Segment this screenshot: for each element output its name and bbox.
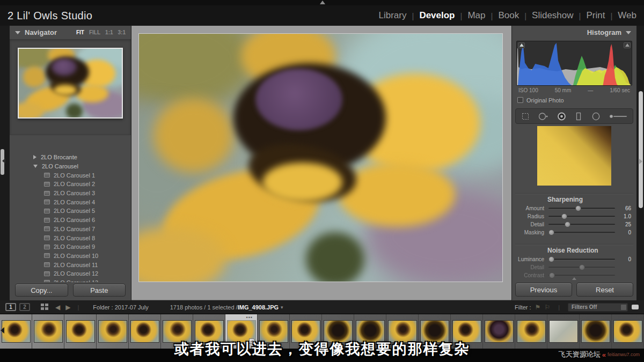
slider-thumb-icon[interactable] — [579, 264, 585, 270]
folder-info[interactable]: Folder : 2017-07 July — [93, 304, 148, 311]
filter-controls: Filter : ⚑ ⚐ | Filters Off — [515, 303, 639, 312]
navigator-preview-image[interactable] — [18, 48, 123, 119]
module-tab-book[interactable]: Book — [498, 10, 519, 21]
left-edge-strip — [0, 26, 10, 300]
collection-row[interactable]: 2LO Carousel 9 — [33, 242, 131, 252]
develop-canvas — [131, 26, 511, 300]
copy-button[interactable]: Copy... — [15, 284, 68, 297]
slider-track[interactable] — [548, 275, 615, 276]
slider-thumb-icon[interactable] — [548, 256, 554, 262]
histogram-curves — [517, 41, 632, 85]
slider-thumb-icon[interactable] — [565, 221, 570, 227]
tree-label: 2LO Carousel 6 — [54, 217, 95, 223]
highlight-clipping-icon[interactable] — [624, 42, 631, 48]
collection-row[interactable]: 2LO Carousel 1 — [33, 171, 131, 180]
main-photo[interactable] — [138, 33, 503, 282]
grid-view-icon[interactable] — [41, 304, 48, 311]
tool-strip — [515, 108, 633, 124]
sharpening-detail-preview[interactable] — [537, 126, 611, 186]
slider-track[interactable] — [548, 208, 615, 209]
adjustment-brush-tool-button[interactable] — [609, 112, 627, 121]
paste-button[interactable]: Paste — [73, 284, 126, 297]
sharpening-slider-masking: Masking0 — [515, 228, 633, 237]
collection-row[interactable]: 2LO Carousel 2 — [33, 180, 131, 189]
selected-filename[interactable]: IMG_4908.JPG — [238, 304, 279, 311]
module-tab-print[interactable]: Print — [586, 10, 605, 21]
module-tab-web[interactable]: Web — [618, 10, 636, 21]
flower-photo-art — [54, 85, 76, 95]
top-panel-collapse-icon[interactable] — [320, 1, 325, 4]
collection-icon — [44, 271, 50, 276]
slider-label: Luminance — [517, 256, 548, 262]
histogram-graph[interactable] — [516, 41, 632, 86]
slider-value: 1.0 — [615, 213, 631, 219]
slider-label: Amount — [517, 205, 548, 211]
divider: | — [579, 11, 581, 20]
collection-row[interactable]: 2LO Carousel 4 — [33, 197, 131, 206]
slider-track[interactable] — [548, 267, 615, 268]
graduated-filter-tool-button[interactable] — [574, 112, 583, 121]
monitor-2-button[interactable]: 2 — [19, 303, 30, 311]
histogram-header[interactable]: Histogram — [515, 26, 633, 39]
reset-button[interactable]: Reset — [576, 283, 633, 297]
slider-thumb-icon[interactable] — [561, 213, 567, 219]
go-forward-icon[interactable]: ▶ — [65, 304, 70, 311]
slider-track[interactable] — [548, 258, 615, 260]
slider-thumb-icon[interactable] — [549, 272, 555, 278]
collection-row[interactable]: 2LO Carousel 6 — [33, 216, 131, 225]
folder-row[interactable]: 2LO Carousel — [33, 162, 131, 171]
left-panel-collapse-icon[interactable] — [2, 158, 5, 164]
collection-row[interactable]: 2LO Carousel 10 — [33, 252, 131, 261]
spot-removal-tool-button[interactable] — [538, 112, 548, 121]
go-back-icon[interactable]: ◀ — [55, 304, 60, 311]
thumbnail-menu-dots-icon[interactable]: ••• — [246, 315, 253, 320]
previous-button[interactable]: Previous — [515, 283, 572, 297]
top-panel-strip — [0, 0, 644, 5]
red-eye-tool-button[interactable] — [557, 112, 566, 121]
right-edge-strip — [636, 26, 644, 300]
collection-row[interactable]: 2LO Carousel 7 — [33, 225, 131, 234]
slider-label: Contrast — [517, 272, 548, 278]
right-panel-scrollbar[interactable] — [639, 91, 643, 208]
zoom-mode-1-1[interactable]: 1:1 — [105, 29, 113, 35]
collection-row[interactable]: 2LO Carousel 11 — [33, 260, 131, 269]
module-tab-library[interactable]: Library — [379, 10, 407, 21]
radial-filter-tool-button[interactable] — [591, 112, 601, 121]
original-photo-checkbox[interactable] — [517, 97, 523, 103]
module-tab-map[interactable]: Map — [467, 10, 485, 21]
crop-tool-button[interactable] — [521, 112, 530, 121]
slider-track[interactable] — [548, 232, 615, 233]
divider: | — [558, 304, 560, 311]
shadow-clipping-icon[interactable] — [518, 42, 525, 48]
flag-pick-icon[interactable]: ⚑ — [535, 304, 541, 311]
slider-thumb-icon[interactable] — [575, 205, 581, 211]
right-panel-collapse-icon[interactable] — [639, 159, 642, 164]
flower-photo-art — [139, 34, 502, 282]
slider-track[interactable] — [548, 216, 615, 217]
navigator-header[interactable]: Navigator FITFILL1:13:1 — [10, 26, 131, 39]
filter-toggle-switch[interactable] — [632, 305, 639, 309]
collection-row[interactable]: 2LO Carousel 5 — [33, 206, 131, 216]
flower-photo-art — [23, 67, 46, 87]
zoom-mode-fill[interactable]: FILL — [89, 29, 100, 35]
divider: | — [460, 11, 463, 20]
slider-track[interactable] — [548, 224, 615, 225]
folder-row[interactable]: 2LO Brocante — [33, 153, 131, 162]
filename-dropdown-icon[interactable]: ▾ — [281, 305, 283, 310]
collection-row[interactable]: 2LO Carousel 13 — [33, 278, 131, 282]
slider-thumb-icon[interactable] — [548, 230, 554, 235]
filters-preset-dropdown[interactable]: Filters Off — [568, 303, 628, 312]
filmstrip-scroll-left-icon[interactable] — [1, 327, 4, 334]
module-tab-slideshow[interactable]: Slideshow — [532, 10, 574, 21]
zoom-mode-3-1[interactable]: 3:1 — [118, 29, 126, 35]
zoom-mode-fit[interactable]: FIT — [76, 29, 84, 35]
video-subtitle: 或者我可以进去，变得像我想要的那样复杂 — [0, 339, 644, 359]
chevron-down-icon[interactable] — [33, 165, 38, 168]
flag-reject-icon[interactable]: ⚐ — [544, 304, 550, 311]
collection-row[interactable]: 2LO Carousel 8 — [33, 233, 131, 242]
module-tab-develop[interactable]: Develop — [419, 10, 455, 21]
collection-row[interactable]: 2LO Carousel 12 — [33, 269, 131, 278]
chevron-right-icon[interactable] — [33, 155, 36, 159]
monitor-1-button[interactable]: 1 — [5, 303, 16, 311]
collection-row[interactable]: 2LO Carousel 3 — [33, 189, 131, 198]
